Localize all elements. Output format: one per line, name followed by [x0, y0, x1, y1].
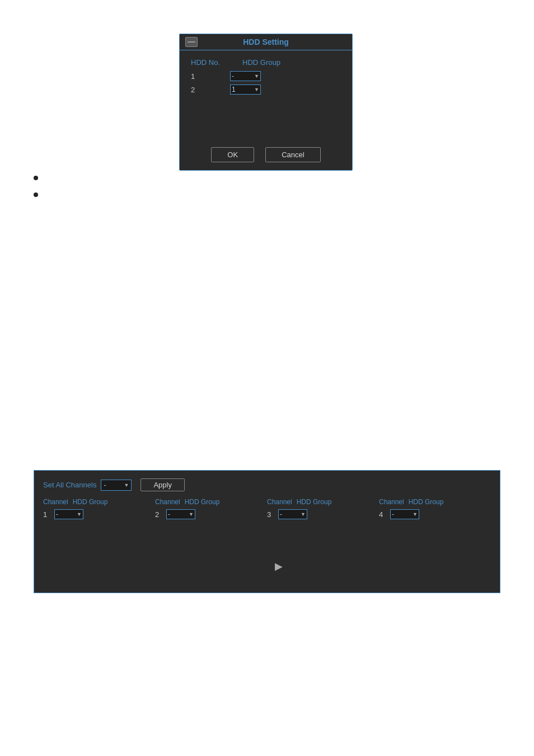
channel-num-3: 3 [267, 510, 275, 519]
set-all-label: Set All Channels [43, 481, 96, 489]
channel-rows: 1 - ▼ 2 - ▼ 3 - ▼ 4 - ▼ [43, 509, 491, 519]
bullet-dot-1 [34, 176, 38, 180]
hddgroup-header-1: HDD Group [73, 498, 108, 506]
channel-header-3: Channel [267, 498, 292, 506]
table-header: HDD No. HDD Group [191, 58, 341, 67]
hdd-icon [185, 37, 198, 47]
dialog-title: HDD Setting [243, 37, 289, 46]
hdd-row-1: 1 - ▼ [191, 71, 341, 81]
hdd-group-val-1: - [232, 72, 234, 80]
col2-header: HDD Group [242, 58, 280, 67]
channel-header-2: Channel [155, 498, 180, 506]
channel-select-3[interactable]: - ▼ [278, 509, 307, 519]
dialog-body: HDD No. HDD Group 1 - ▼ 2 1 ▼ [180, 50, 352, 139]
channel-num-1: 1 [43, 510, 51, 519]
hdd-no-1: 1 [191, 72, 219, 81]
bullet-area [34, 173, 500, 207]
channel-header-1: Channel [43, 498, 68, 506]
channel-select-2[interactable]: - ▼ [166, 509, 195, 519]
hddgroup-header-4: HDD Group [409, 498, 444, 506]
set-all-row: Set All Channels - ▼ Apply [43, 478, 491, 491]
dialog-footer: OK Cancel [180, 139, 352, 170]
cancel-button[interactable]: Cancel [265, 147, 320, 162]
hdd-row-2: 2 1 ▼ [191, 84, 341, 95]
hdd-group-val-2: 1 [232, 86, 236, 93]
apply-button[interactable]: Apply [140, 478, 185, 491]
set-all-select[interactable]: - ▼ [101, 480, 132, 491]
channel-row-group-4: 4 - ▼ [379, 509, 491, 519]
hddgroup-header-2: HDD Group [185, 498, 220, 506]
channel-row-group-3: 3 - ▼ [267, 509, 379, 519]
channel-row-group-2: 2 - ▼ [155, 509, 267, 519]
channel-header-4: Channel [379, 498, 404, 506]
set-all-val: - [104, 481, 106, 489]
channel-arrow-1: ▼ [77, 511, 82, 517]
channel-num-4: 4 [379, 510, 387, 519]
dialog-title-bar: HDD Setting [180, 34, 352, 50]
cursor-arrow: ▶ [275, 560, 283, 572]
channel-val-4: - [392, 510, 394, 518]
ok-button[interactable]: OK [211, 147, 254, 162]
channel-header-group-3: Channel HDD Group [267, 498, 379, 506]
channel-val-3: - [280, 510, 282, 518]
channel-num-2: 2 [155, 510, 163, 519]
bullet-item-1 [34, 173, 500, 180]
channel-select-4[interactable]: - ▼ [390, 509, 419, 519]
dropdown-arrow-2: ▼ [254, 87, 259, 92]
channel-row-group-1: 1 - ▼ [43, 509, 155, 519]
bullet-dot-2 [34, 192, 38, 197]
hdd-group-select-1[interactable]: - ▼ [230, 71, 261, 81]
channel-arrow-3: ▼ [301, 511, 306, 517]
channel-val-2: - [168, 510, 170, 518]
hddgroup-header-3: HDD Group [297, 498, 332, 506]
hdd-group-select-2[interactable]: 1 ▼ [230, 84, 261, 95]
channel-arrow-4: ▼ [413, 511, 418, 517]
set-all-arrow: ▼ [124, 482, 129, 488]
bullet-item-2 [34, 190, 500, 197]
channel-select-1[interactable]: - ▼ [54, 509, 83, 519]
col1-header: HDD No. [191, 58, 220, 67]
dropdown-arrow-1: ▼ [254, 73, 259, 79]
channel-headers: Channel HDD Group Channel HDD Group Chan… [43, 498, 491, 506]
channel-hdd-panel: Set All Channels - ▼ Apply Channel HDD G… [34, 470, 500, 593]
channel-header-group-4: Channel HDD Group [379, 498, 491, 506]
channel-arrow-2: ▼ [189, 511, 194, 517]
hdd-no-2: 2 [191, 86, 219, 94]
hdd-setting-dialog: HDD Setting HDD No. HDD Group 1 - ▼ 2 1 … [179, 34, 353, 171]
channel-header-group-2: Channel HDD Group [155, 498, 267, 506]
channel-header-group-1: Channel HDD Group [43, 498, 155, 506]
channel-val-1: - [56, 510, 58, 518]
